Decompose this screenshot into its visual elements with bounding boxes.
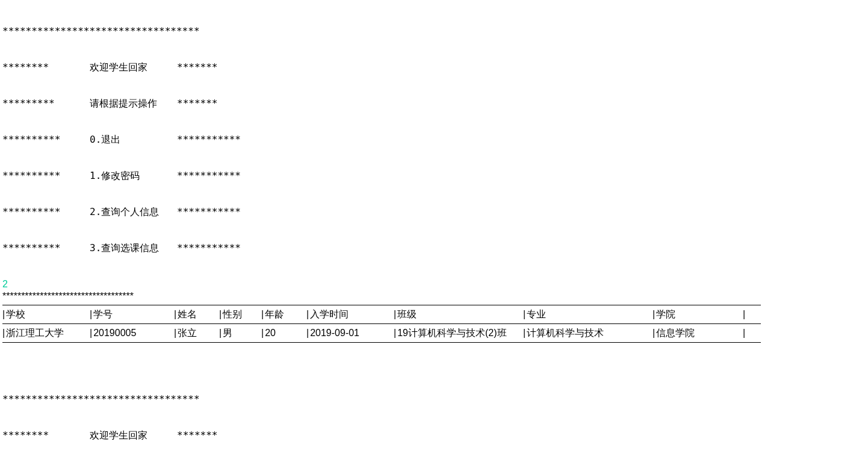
menu-star-right: *********** bbox=[177, 206, 241, 218]
table-cell: |张立 bbox=[174, 326, 219, 340]
menu-star-left: ********** bbox=[2, 206, 90, 218]
table-header-cell: |学院 bbox=[653, 308, 743, 321]
table-cell: |男 bbox=[219, 326, 261, 340]
menu-border-top: ********************************** bbox=[2, 25, 200, 37]
table-rule bbox=[2, 323, 761, 324]
table-rule bbox=[2, 342, 761, 343]
menu-star-left: ********* bbox=[2, 98, 90, 110]
personal-info-table: |学校|学号|姓名|性别|年龄|入学时间|班级|专业|学院| |浙江理工大学|2… bbox=[2, 305, 852, 343]
table-row: |浙江理工大学|20190005|张立|男|20|2019-09-01|19计算… bbox=[2, 326, 852, 340]
table-rule bbox=[2, 305, 761, 305]
table-header-cell: |性别 bbox=[219, 308, 261, 321]
menu-star-left: ********** bbox=[2, 242, 90, 254]
menu-star-right: *********** bbox=[177, 242, 241, 254]
table-cell: |浙江理工大学 bbox=[2, 326, 90, 340]
table-end-pipe: | bbox=[743, 326, 745, 340]
menu-text-prompt: 请根据提示操作 bbox=[90, 98, 177, 110]
console-output-pane[interactable]: ********************************** *****… bbox=[0, 0, 868, 459]
table-cell: |信息学院 bbox=[653, 326, 743, 340]
menu-text-welcome: 欢迎学生回家 bbox=[90, 429, 177, 442]
user-input-value: 2 bbox=[2, 278, 852, 290]
table-header-cell: |入学时间 bbox=[306, 308, 394, 321]
table-header-cell: |学号 bbox=[90, 308, 174, 321]
menu-star-left: ******** bbox=[2, 61, 90, 73]
student-menu-block: ********************************** *****… bbox=[2, 1, 852, 278]
table-cell: |20190005 bbox=[90, 326, 174, 340]
menu-item-query-personal-info: 2.查询个人信息 bbox=[90, 206, 177, 218]
table-cell: |19计算机科学与技术(2)班 bbox=[394, 326, 523, 340]
menu-star-right: *********** bbox=[177, 134, 241, 146]
menu-item-change-password: 1.修改密码 bbox=[90, 170, 177, 182]
menu-star-left: ********** bbox=[2, 170, 90, 182]
table-header-cell: |学校 bbox=[2, 308, 90, 321]
table-header-cell: |班级 bbox=[394, 308, 523, 321]
menu-star-left: ******** bbox=[2, 429, 90, 442]
table-cell: |20 bbox=[261, 326, 306, 340]
menu-star-right: ******* bbox=[177, 61, 217, 73]
table-cell: |2019-09-01 bbox=[306, 326, 394, 340]
table-header-cell: |年龄 bbox=[261, 308, 306, 321]
menu-star-left: ********** bbox=[2, 134, 90, 146]
menu-star-right: *********** bbox=[177, 170, 241, 182]
menu-star-right: ******* bbox=[177, 98, 217, 110]
menu-border-top: ********************************** bbox=[2, 393, 200, 405]
table-header-end-pipe: | bbox=[743, 308, 745, 321]
table-header-cell: |专业 bbox=[523, 308, 653, 321]
student-menu-block: ********************************** *****… bbox=[2, 369, 852, 459]
menu-text-welcome: 欢迎学生回家 bbox=[90, 61, 177, 73]
table-header-row: |学校|学号|姓名|性别|年龄|入学时间|班级|专业|学院| bbox=[2, 308, 852, 321]
menu-star-right: ******* bbox=[177, 429, 217, 442]
table-cell: |计算机科学与技术 bbox=[523, 326, 653, 340]
separator-stars: *********************************** bbox=[2, 290, 852, 302]
menu-item-exit: 0.退出 bbox=[90, 134, 177, 146]
menu-item-query-course-info: 3.查询选课信息 bbox=[90, 242, 177, 254]
table-header-cell: |姓名 bbox=[174, 308, 219, 321]
console-content: ********************************** *****… bbox=[0, 0, 855, 459]
